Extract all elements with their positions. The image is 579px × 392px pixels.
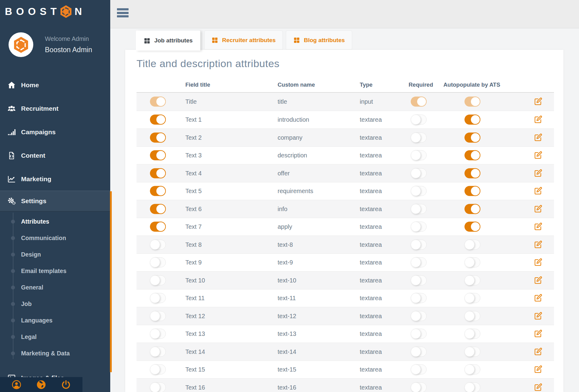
custom-name-cell: text-11: [278, 295, 296, 302]
toggle-knob: [464, 311, 475, 321]
sidebar-item-content[interactable]: Content: [0, 144, 110, 167]
autopopulate-toggle[interactable]: [464, 115, 480, 125]
tab-recruiter-attributes[interactable]: Recruiter attributes: [204, 31, 283, 50]
edit-row-button[interactable]: [533, 169, 543, 178]
autopopulate-toggle[interactable]: [464, 132, 480, 142]
brand-logo[interactable]: BOOST N: [0, 0, 110, 18]
autopopulate-toggle[interactable]: [464, 382, 480, 392]
sidebar-item-recruitment[interactable]: Recruitment: [0, 97, 110, 120]
autopopulate-toggle[interactable]: [464, 239, 480, 250]
required-toggle[interactable]: [411, 97, 427, 107]
required-toggle[interactable]: [411, 329, 427, 339]
hamburger-icon[interactable]: [117, 8, 129, 19]
edit-row-button[interactable]: [533, 133, 543, 142]
toggle-knob: [464, 329, 475, 339]
edit-row-button[interactable]: [533, 383, 543, 392]
edit-row-button[interactable]: [533, 186, 543, 196]
row-enable-toggle[interactable]: [150, 115, 166, 125]
required-toggle[interactable]: [411, 168, 427, 178]
row-enable-toggle[interactable]: [150, 150, 166, 160]
sidebar-item-campaigns[interactable]: Campaigns: [0, 120, 110, 144]
required-toggle[interactable]: [411, 311, 427, 321]
edit-row-button[interactable]: [533, 365, 543, 374]
row-enable-toggle[interactable]: [150, 382, 166, 392]
autopopulate-toggle[interactable]: [464, 347, 480, 357]
avatar[interactable]: [9, 32, 33, 57]
required-toggle[interactable]: [411, 239, 427, 250]
row-enable-toggle[interactable]: [150, 311, 166, 321]
required-toggle[interactable]: [411, 382, 427, 392]
autopopulate-toggle[interactable]: [464, 365, 480, 375]
autopopulate-toggle[interactable]: [464, 311, 480, 321]
row-enable-toggle[interactable]: [150, 365, 166, 375]
autopopulate-toggle[interactable]: [464, 329, 480, 339]
row-enable-toggle[interactable]: [150, 347, 166, 357]
submenu-item-marketing-data[interactable]: Marketing & Data: [0, 345, 110, 361]
submenu-item-general[interactable]: General: [0, 279, 110, 296]
tab-job-attributes[interactable]: Job attributes: [136, 31, 200, 51]
submenu-item-design[interactable]: Design: [0, 246, 110, 263]
toggle-knob: [411, 150, 421, 160]
toggle-knob: [411, 132, 421, 142]
field-title-cell: Text 4: [185, 170, 202, 177]
edit-row-button[interactable]: [533, 311, 543, 321]
submenu-item-communication[interactable]: Communication: [0, 230, 110, 246]
submenu-item-job[interactable]: Job: [0, 296, 110, 312]
edit-row-button[interactable]: [533, 276, 543, 285]
autopopulate-toggle[interactable]: [464, 293, 480, 303]
edit-row-button[interactable]: [533, 293, 543, 303]
required-toggle[interactable]: [411, 257, 427, 268]
required-toggle[interactable]: [411, 293, 427, 303]
required-toggle[interactable]: [411, 347, 427, 357]
edit-row-button[interactable]: [533, 97, 543, 106]
required-toggle[interactable]: [411, 365, 427, 375]
submenu-item-attributes[interactable]: Attributes: [0, 213, 110, 230]
required-toggle[interactable]: [411, 186, 427, 196]
autopopulate-toggle[interactable]: [464, 186, 480, 196]
required-toggle[interactable]: [411, 275, 427, 285]
submenu-item-legal[interactable]: Legal: [0, 329, 110, 345]
type-cell: textarea: [360, 312, 382, 319]
edit-row-button[interactable]: [533, 115, 543, 124]
required-toggle[interactable]: [411, 204, 427, 214]
autopopulate-toggle[interactable]: [464, 257, 480, 268]
row-enable-toggle[interactable]: [150, 239, 166, 250]
row-enable-toggle[interactable]: [150, 132, 166, 142]
edit-row-button[interactable]: [533, 329, 543, 338]
required-toggle[interactable]: [411, 132, 427, 142]
edit-row-button[interactable]: [533, 204, 543, 214]
row-enable-toggle[interactable]: [150, 97, 166, 107]
row-enable-toggle[interactable]: [150, 186, 166, 196]
required-toggle[interactable]: [411, 115, 427, 125]
user-circle-button[interactable]: [11, 379, 22, 390]
row-enable-toggle[interactable]: [150, 168, 166, 178]
edit-row-button[interactable]: [533, 222, 543, 231]
file-code-icon: [7, 151, 16, 160]
autopopulate-toggle[interactable]: [464, 97, 480, 107]
edit-row-button[interactable]: [533, 258, 543, 267]
submenu-item-languages[interactable]: Languages: [0, 312, 110, 329]
autopopulate-toggle[interactable]: [464, 275, 480, 285]
row-enable-toggle[interactable]: [150, 293, 166, 303]
row-enable-toggle[interactable]: [150, 222, 166, 232]
sidebar-item-settings[interactable]: Settings: [0, 191, 110, 211]
autopopulate-toggle[interactable]: [464, 204, 480, 214]
autopopulate-toggle[interactable]: [464, 168, 480, 178]
row-enable-toggle[interactable]: [150, 329, 166, 339]
power-button[interactable]: [61, 379, 71, 390]
edit-row-button[interactable]: [533, 347, 543, 356]
autopopulate-toggle[interactable]: [464, 222, 480, 232]
submenu-item-email-templates[interactable]: Email templates: [0, 263, 110, 279]
sidebar-item-marketing[interactable]: Marketing: [0, 167, 110, 191]
row-enable-toggle[interactable]: [150, 257, 166, 268]
sidebar-item-home[interactable]: Home: [0, 73, 110, 97]
tab-blog-attributes[interactable]: Blog attributes: [286, 31, 352, 50]
required-toggle[interactable]: [411, 150, 427, 160]
row-enable-toggle[interactable]: [150, 204, 166, 214]
required-toggle[interactable]: [411, 222, 427, 232]
edit-row-button[interactable]: [533, 240, 543, 249]
autopopulate-toggle[interactable]: [464, 150, 480, 160]
row-enable-toggle[interactable]: [150, 275, 166, 285]
globe-button[interactable]: [36, 379, 46, 390]
edit-row-button[interactable]: [533, 151, 543, 160]
